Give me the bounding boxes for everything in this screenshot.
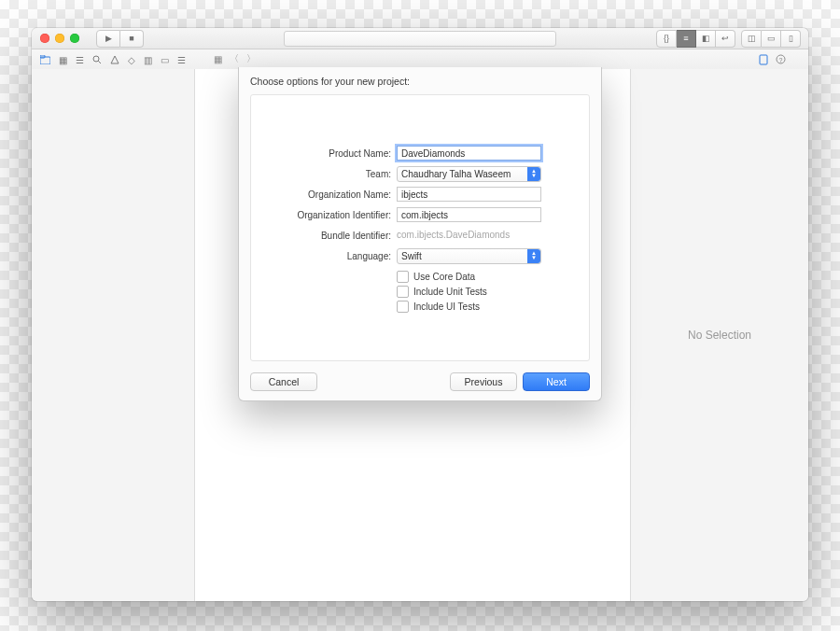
quick-help-inspector-icon[interactable]: ?: [776, 54, 786, 65]
language-popup[interactable]: Swift ▲▼: [397, 248, 541, 264]
svg-point-2: [93, 56, 99, 62]
editor-jump-bar: ▦ 〈 〉: [214, 52, 256, 65]
close-window-button[interactable]: [40, 34, 49, 43]
chevron-updown-icon: ▲▼: [527, 249, 540, 263]
window-body: Choose options for your new project: Pro…: [32, 69, 808, 601]
sheet-title: Choose options for your new project:: [239, 67, 601, 87]
cancel-button[interactable]: Cancel: [250, 372, 317, 391]
svg-text:?: ?: [779, 57, 783, 63]
inspector-tabs: ?: [759, 54, 786, 65]
bundle-identifier-value: com.ibjects.DaveDiamonds: [397, 228, 541, 243]
breakpoint-navigator-icon[interactable]: ▭: [161, 55, 169, 65]
organization-name-label: Organization Name:: [251, 189, 397, 200]
svg-rect-5: [760, 55, 767, 64]
organization-identifier-label: Organization Identifier:: [251, 210, 397, 220]
find-navigator-icon[interactable]: [92, 55, 102, 65]
language-popup-value: Swift: [401, 251, 422, 261]
minimize-window-button[interactable]: [55, 34, 64, 43]
xcode-window: ▶ ■ {} ≡ ◧ ↩ ◫ ▭ ▯ ▦ ☰: [32, 28, 808, 601]
related-items-icon[interactable]: ▦: [214, 54, 222, 64]
zoom-window-button[interactable]: [70, 34, 79, 43]
go-forward-icon[interactable]: 〉: [246, 52, 256, 65]
navigator-panel: [32, 69, 195, 601]
toolbar-right: {} ≡ ◧ ↩ ◫ ▭ ▯: [656, 30, 801, 48]
window-controls: [32, 34, 79, 43]
navigator-icons: ▦ ☰ ◇ ▥ ▭ ☰: [32, 55, 186, 65]
inspector-placeholder: No Selection: [688, 329, 751, 342]
report-navigator-icon[interactable]: ☰: [177, 55, 186, 65]
include-ui-tests-checkbox[interactable]: [397, 301, 409, 313]
organization-name-input[interactable]: [397, 187, 541, 202]
include-unit-tests-label: Include Unit Tests: [413, 287, 487, 297]
debug-navigator-icon[interactable]: ▥: [144, 55, 152, 65]
team-popup[interactable]: Chaudhary Talha Waseem ▲▼: [397, 166, 541, 182]
toggle-navigator-button[interactable]: ◫: [741, 30, 762, 48]
version-editor-button[interactable]: ◧: [696, 30, 716, 48]
team-popup-value: Chaudhary Talha Waseem: [401, 169, 511, 179]
include-unit-tests-checkbox[interactable]: [397, 286, 409, 298]
include-ui-tests-label: Include UI Tests: [413, 301, 480, 312]
editor-panel: Choose options for your new project: Pro…: [195, 69, 630, 601]
sheet-form: Product Name: Team: Chaudhary Talha Wase…: [250, 94, 590, 361]
inspector-panel: No Selection: [630, 69, 808, 601]
stop-button[interactable]: ■: [120, 30, 144, 48]
go-back-icon[interactable]: 〈: [230, 52, 239, 65]
svg-marker-4: [111, 56, 119, 63]
titlebar: ▶ ■ {} ≡ ◧ ↩ ◫ ▭ ▯: [32, 28, 808, 49]
panel-visibility-segment: ◫ ▭ ▯: [741, 30, 801, 48]
run-stop-group: ▶ ■: [96, 30, 144, 48]
team-label: Team:: [251, 169, 397, 179]
language-label: Language:: [251, 251, 397, 261]
symbol-navigator-icon[interactable]: ☰: [76, 55, 84, 65]
editor-mode-segment: {} ≡ ◧ ↩: [656, 30, 735, 48]
chevron-updown-icon: ▲▼: [527, 167, 540, 181]
previous-button[interactable]: Previous: [450, 372, 517, 391]
use-core-data-label: Use Core Data: [413, 272, 475, 282]
source-control-navigator-icon[interactable]: ▦: [59, 55, 67, 65]
test-navigator-icon[interactable]: ◇: [128, 55, 135, 65]
svg-line-3: [98, 61, 101, 63]
run-button[interactable]: ▶: [96, 30, 120, 48]
product-name-input[interactable]: [397, 146, 541, 161]
standard-editor-button[interactable]: {}: [656, 30, 677, 48]
issue-navigator-icon[interactable]: [110, 55, 119, 65]
use-core-data-checkbox[interactable]: [397, 271, 409, 283]
next-button[interactable]: Next: [523, 372, 590, 391]
editor-extra-button[interactable]: ↩: [716, 30, 735, 48]
file-inspector-icon[interactable]: [759, 54, 768, 65]
new-project-options-sheet: Choose options for your new project: Pro…: [238, 67, 602, 401]
toggle-debug-button[interactable]: ▭: [762, 30, 781, 48]
toggle-inspector-button[interactable]: ▯: [781, 30, 801, 48]
assistant-editor-button[interactable]: ≡: [677, 30, 696, 48]
sheet-button-row: Cancel Previous Next: [239, 369, 601, 391]
activity-status-field: [284, 31, 556, 47]
options-checkboxes: Use Core Data Include Unit Tests Include…: [397, 269, 589, 314]
bundle-identifier-label: Bundle Identifier:: [251, 231, 397, 241]
product-name-label: Product Name:: [251, 148, 397, 159]
project-navigator-icon[interactable]: [40, 55, 50, 65]
organization-identifier-input[interactable]: [397, 207, 541, 222]
